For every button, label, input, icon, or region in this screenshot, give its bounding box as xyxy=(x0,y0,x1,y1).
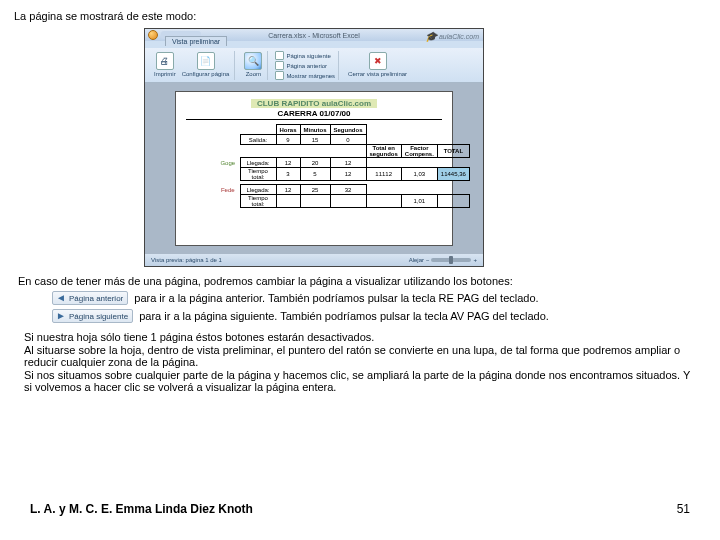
print-button: 🖨Imprimir xyxy=(152,51,178,78)
window-title: Carrera.xlsx - Microsoft Excel xyxy=(268,32,359,39)
close-icon: ✖ xyxy=(369,52,387,70)
status-bar: Vista previa: página 1 de 1 Alejar −+ xyxy=(145,254,483,266)
excel-preview-screenshot: Carrera.xlsx - Microsoft Excel 🎓 aulaCli… xyxy=(144,28,484,267)
author-credit: L. A. y M. C. E. Emma Linda Diez Knoth xyxy=(30,502,253,516)
office-button-icon xyxy=(148,30,158,40)
intro-text: La página se mostrará de este modo: xyxy=(14,10,706,22)
ribbon-group-zoom: 🔍Zoom xyxy=(239,51,268,80)
status-page-info: Vista previa: página 1 de 1 xyxy=(151,257,222,263)
magnifier-icon: 🔍 xyxy=(244,52,262,70)
zoom-slider xyxy=(431,258,471,262)
next-page-text: para ir a la página siguiente. También p… xyxy=(139,310,549,322)
printer-icon: 🖨 xyxy=(156,52,174,70)
checkbox-icon xyxy=(275,71,284,80)
notes-block: Si nuestra hoja sólo tiene 1 página ésto… xyxy=(24,331,696,393)
zoom-button: 🔍Zoom xyxy=(242,51,264,78)
page-setup-button: 📄Configurar página xyxy=(180,51,232,78)
preview-canvas: CLUB RAPIDITO aulaClic.com CARERRA 01/07… xyxy=(145,83,483,254)
page-setup-icon: 📄 xyxy=(197,52,215,70)
ribbon-group-nav: Página siguiente Página anterior Mostrar… xyxy=(272,51,339,80)
page-number: 51 xyxy=(677,502,690,516)
graduation-cap-icon: 🎓 xyxy=(425,31,437,42)
prev-page-line: ◄ Página anterior para ir a la página an… xyxy=(52,291,702,305)
preview-page: CLUB RAPIDITO aulaClic.com CARERRA 01/07… xyxy=(175,91,453,246)
next-page-ribbon-button: ► Página siguiente xyxy=(52,309,133,323)
tab-print-preview: Vista preliminar xyxy=(165,36,227,46)
page-next-icon xyxy=(275,51,284,60)
note-1: Si nuestra hoja sólo tiene 1 página ésto… xyxy=(24,331,696,343)
prev-page-ribbon-button: ◄ Página anterior xyxy=(52,291,128,305)
race-title: CARERRA 01/07/00 xyxy=(186,109,442,120)
note-2: Al situarse sobre la hoja, dentro de vis… xyxy=(24,344,696,368)
prev-page-button: Página anterior xyxy=(275,61,335,70)
watermark-logo: 🎓 aulaClic.com xyxy=(425,31,479,42)
next-page-button: Página siguiente xyxy=(275,51,335,60)
nav-intro: En caso de tener más de una página, podr… xyxy=(18,275,702,287)
ribbon: 🖨Imprimir 📄Configurar página 🔍Zoom Págin… xyxy=(145,48,483,83)
close-preview-button: ✖Cerrar vista preliminar xyxy=(346,51,409,78)
club-title: CLUB RAPIDITO aulaClic.com xyxy=(186,98,442,109)
ribbon-group-print: 🖨Imprimir 📄Configurar página xyxy=(149,51,235,80)
next-page-line: ► Página siguiente para ir a la página s… xyxy=(52,309,702,323)
note-3: Si nos situamos sobre cualquier parte de… xyxy=(24,369,696,393)
page-footer: L. A. y M. C. E. Emma Linda Diez Knoth 5… xyxy=(0,502,720,516)
zoom-control: Alejar −+ xyxy=(409,257,477,263)
arrow-right-icon: ► xyxy=(55,311,67,321)
ribbon-group-close: ✖Cerrar vista preliminar xyxy=(343,51,412,80)
show-margins-check: Mostrar márgenes xyxy=(275,71,335,80)
arrow-left-icon: ◄ xyxy=(55,293,67,303)
data-table: Horas Minutos Segundos Salida: 9 15 0 To… xyxy=(216,124,470,208)
prev-page-text: para ir a la página anterior. También po… xyxy=(134,292,538,304)
page-prev-icon xyxy=(275,61,284,70)
